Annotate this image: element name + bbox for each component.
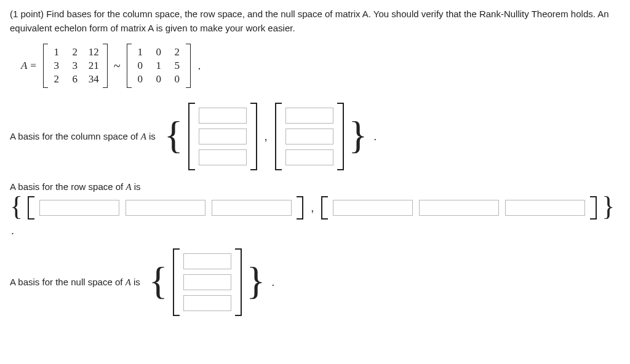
row1-entry-2[interactable] [126,200,205,216]
row1-entry-1[interactable] [39,200,119,216]
matrix-cell: 2 [52,73,62,85]
comma-1: , [262,130,270,143]
column-space-section: A basis for the column space of A is { ,… [10,103,620,170]
null-entry-1[interactable] [183,253,231,269]
matrix-cell: 1 [135,46,145,58]
row2-entry-1[interactable] [333,200,413,216]
row-space-section: A basis for the row space of A is { , } … [10,181,620,237]
matrix-cell: 0 [135,73,145,85]
col1-entry-3[interactable] [199,149,247,165]
row-period: . [11,224,14,237]
matrix-cell: 2 [70,46,80,58]
matrix-cell: 21 [89,60,99,72]
brace-left-icon: { [164,119,183,151]
brace-right-icon: } [349,119,368,151]
matrix-cell: 3 [70,60,80,72]
null-entry-3[interactable] [183,295,231,311]
row2-entry-2[interactable] [419,200,499,216]
matrix-cell: 5 [172,60,182,72]
matrix-cell: 34 [89,73,99,85]
row-vector-2 [321,196,597,220]
null-space-label: A basis for the null space of A is [10,277,140,288]
matrix-cell: 0 [172,73,182,85]
problem-prompt: (1 point) Find bases for the column spac… [10,7,620,35]
null-period: . [271,276,274,289]
matrix-cell: 0 [154,73,164,85]
matrix-cell: 2 [172,46,182,58]
column-space-label: A basis for the column space of A is [10,131,156,142]
matrix-cell: 0 [135,60,145,72]
tilde-symbol: ~ [114,59,121,73]
null-entry-2[interactable] [183,274,231,290]
matrix-cell: 0 [154,46,164,58]
col2-entry-3[interactable] [285,149,333,165]
eq-period: . [198,60,201,73]
null-space-section: A basis for the null space of A is { } . [10,248,620,316]
matrix-equation: A = 121233212634 ~ 102015000 . [21,44,620,88]
brace-left-icon: { [149,265,168,296]
row-vector-1 [28,196,303,220]
brace-right-icon: } [247,265,266,296]
matrix-cell: 12 [89,46,99,58]
col1-entry-1[interactable] [199,108,247,124]
row1-entry-3[interactable] [212,200,292,216]
lhs-label: A = [21,60,37,72]
brace-left-icon: { [10,196,23,217]
col-vector-2 [275,103,344,170]
col2-entry-1[interactable] [285,108,333,124]
col2-entry-2[interactable] [285,129,333,144]
col1-entry-2[interactable] [199,129,247,144]
matrix-echelon: 102015000 [127,44,191,88]
matrix-cell: 3 [52,60,62,72]
comma-2: , [308,202,316,215]
col-period: . [373,130,377,143]
null-vector-1 [173,248,242,316]
brace-right-icon: } [602,196,615,217]
col-vector-1 [188,103,257,170]
matrix-cell: 1 [52,46,62,58]
matrix-cell: 6 [70,73,80,85]
row-space-label: A basis for the row space of A is [10,181,616,192]
matrix-A: 121233212634 [43,44,108,88]
row2-entry-3[interactable] [505,200,585,216]
matrix-cell: 1 [154,60,164,72]
